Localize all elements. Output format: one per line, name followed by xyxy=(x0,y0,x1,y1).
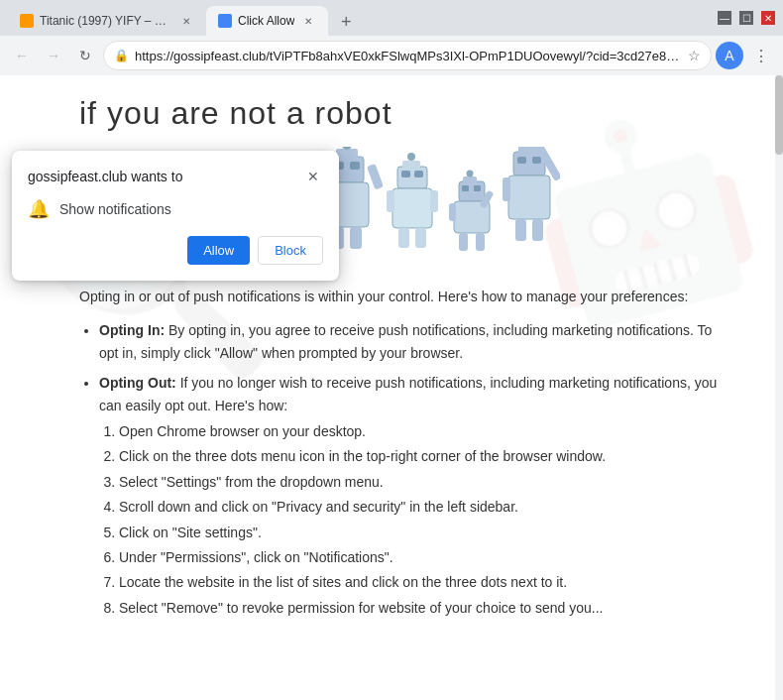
menu-button[interactable]: ⋮ xyxy=(747,42,775,69)
browser-chrome: Titanic (1997) YIFY – Downloadi ✕ Click … xyxy=(0,0,783,75)
url-bar[interactable]: 🔒 https://gossipfeast.club/tViPTFb8ahxVE… xyxy=(103,41,712,70)
svg-rect-18 xyxy=(336,149,358,159)
maximize-button[interactable]: ☐ xyxy=(739,11,753,25)
popup-close-button[interactable]: ✕ xyxy=(303,167,323,186)
page-list: Opting In: By opting in, you agree to re… xyxy=(79,319,724,619)
svg-rect-34 xyxy=(449,203,456,221)
svg-rect-20 xyxy=(397,167,427,188)
popup-close-icon: ✕ xyxy=(307,169,319,184)
minimize-button[interactable]: — xyxy=(718,11,731,25)
svg-rect-24 xyxy=(387,190,394,212)
tab-titanic-title: Titanic (1997) YIFY – Downloadi xyxy=(40,14,172,28)
sublist-item-7: Locate the website in the list of sites … xyxy=(119,571,724,593)
page-heading: if you are not a robot xyxy=(79,95,724,132)
opting-in-label: Opting In: xyxy=(99,322,165,338)
title-bar: Titanic (1997) YIFY – Downloadi ✕ Click … xyxy=(0,0,783,36)
close-window-button[interactable]: ✕ xyxy=(761,11,775,25)
sublist-item-4: Scroll down and click on "Privacy and se… xyxy=(119,496,724,518)
refresh-button[interactable]: ↻ xyxy=(71,42,99,69)
sublist-item-8: Select "Remove" to revoke permission for… xyxy=(119,597,724,619)
svg-rect-25 xyxy=(430,190,438,212)
svg-rect-32 xyxy=(474,185,481,191)
tab-titanic-favicon xyxy=(20,14,34,28)
back-button[interactable]: ← xyxy=(8,42,36,69)
svg-rect-41 xyxy=(517,157,526,164)
svg-rect-47 xyxy=(532,219,543,241)
profile-icon: A xyxy=(725,48,733,63)
opting-out-sublist: Open Chrome browser on your desktop. Cli… xyxy=(99,420,724,619)
svg-point-39 xyxy=(467,171,474,177)
opting-out-label: Opting Out: xyxy=(99,375,176,391)
tab-click-allow-title: Click Allow xyxy=(238,14,294,28)
svg-rect-37 xyxy=(476,233,485,251)
svg-rect-17 xyxy=(350,227,362,249)
allow-button[interactable]: Allow xyxy=(187,236,250,265)
popup-permission-row: 🔔 Show notifications xyxy=(28,198,323,220)
svg-rect-43 xyxy=(508,175,550,219)
svg-rect-42 xyxy=(532,157,541,164)
svg-rect-22 xyxy=(414,171,423,177)
svg-rect-28 xyxy=(402,161,420,169)
sublist-item-2: Click on the three dots menu icon in the… xyxy=(119,445,724,467)
opting-out-text: If you no longer wish to receive push no… xyxy=(99,375,717,412)
address-bar: ← → ↻ 🔒 https://gossipfeast.club/tViPTFb… xyxy=(0,36,783,75)
popup-header: gossipfeast.club wants to ✕ xyxy=(28,167,323,186)
intro-text: Opting in or out of push notifications i… xyxy=(79,286,724,307)
tab-click-allow-close[interactable]: ✕ xyxy=(300,13,316,29)
svg-rect-38 xyxy=(463,176,477,183)
window-controls: — ☐ ✕ xyxy=(718,11,775,25)
sublist-item-3: Select "Settings" from the dropdown menu… xyxy=(119,471,724,493)
sublist-item-5: Click on "Site settings". xyxy=(119,522,724,543)
svg-rect-15 xyxy=(367,164,384,190)
svg-rect-44 xyxy=(503,177,510,201)
profile-button[interactable]: A xyxy=(716,42,743,69)
svg-rect-27 xyxy=(415,228,426,248)
svg-rect-48 xyxy=(518,147,538,154)
svg-rect-31 xyxy=(462,185,469,191)
svg-rect-21 xyxy=(401,171,410,177)
opting-in-text: By opting in, you agree to receive push … xyxy=(99,322,712,360)
list-item-opting-in: Opting In: By opting in, you agree to re… xyxy=(99,319,724,364)
permission-text: Show notifications xyxy=(59,201,171,217)
tab-strip: Titanic (1997) YIFY – Downloadi ✕ Click … xyxy=(8,0,710,36)
tab-titanic-close[interactable]: ✕ xyxy=(178,13,194,29)
popup-buttons: Allow Block xyxy=(28,236,323,265)
svg-rect-26 xyxy=(398,228,409,248)
url-text: https://gossipfeast.club/tViPTFb8ahxVE0x… xyxy=(135,49,682,63)
block-button[interactable]: Block xyxy=(258,236,323,265)
svg-rect-30 xyxy=(459,181,485,201)
tab-click-allow-favicon xyxy=(218,14,232,28)
svg-rect-46 xyxy=(515,219,526,241)
tab-titanic[interactable]: Titanic (1997) YIFY – Downloadi ✕ xyxy=(8,6,206,36)
svg-rect-12 xyxy=(350,162,360,170)
content-area: 🔍 🤖 if you are not a robot xyxy=(0,75,783,700)
list-item-opting-out: Opting Out: If you no longer wish to rec… xyxy=(99,372,724,619)
svg-rect-23 xyxy=(392,188,432,228)
forward-button[interactable]: → xyxy=(40,42,67,69)
new-tab-button[interactable]: + xyxy=(332,8,360,36)
svg-rect-36 xyxy=(459,233,468,251)
tab-click-allow[interactable]: Click Allow ✕ xyxy=(206,6,328,36)
sublist-item-6: Under "Permissions", click on "Notificat… xyxy=(119,546,724,568)
bell-icon: 🔔 xyxy=(28,198,50,220)
bookmark-icon[interactable]: ☆ xyxy=(688,48,701,63)
sublist-item-1: Open Chrome browser on your desktop. xyxy=(119,420,724,442)
notification-popup: gossipfeast.club wants to ✕ 🔔 Show notif… xyxy=(12,151,339,281)
lock-icon: 🔒 xyxy=(114,49,129,62)
svg-point-29 xyxy=(407,153,415,161)
popup-title: gossipfeast.club wants to xyxy=(28,169,182,184)
